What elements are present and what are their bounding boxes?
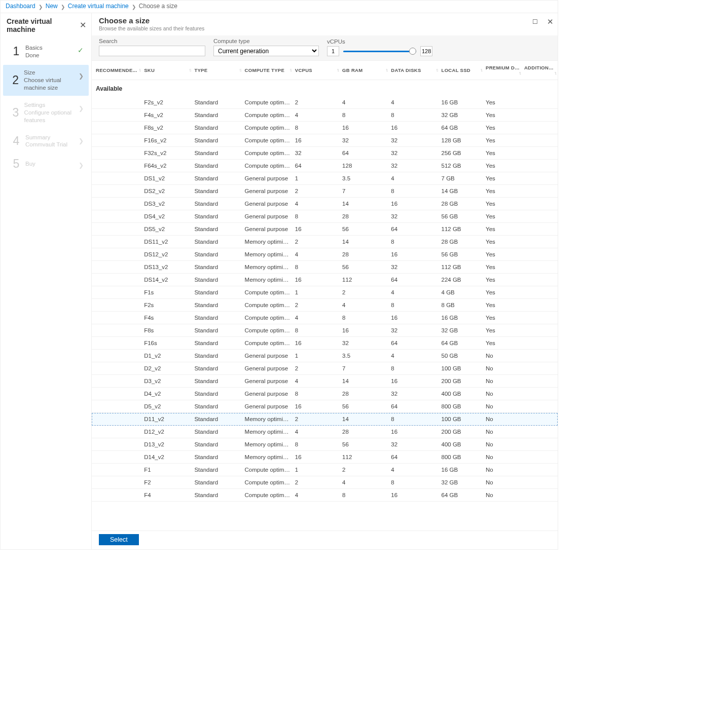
vcpus-slider[interactable] [343, 51, 416, 52]
wizard-step-3: 3SettingsConfigure optional features❯ [3, 97, 89, 128]
table-row[interactable]: F1StandardCompute optimized12416 GBNo [92, 464, 558, 476]
col-header[interactable]: RECOMMENDE...↑↓ [92, 61, 142, 80]
table-row[interactable]: DS3_v2StandardGeneral purpose4141628 GBY… [92, 198, 558, 210]
cell-ram: 3.5 [340, 172, 389, 185]
col-header[interactable]: GB RAM↑↓ [340, 61, 389, 80]
cell-compute-type: Compute optimized [243, 312, 293, 324]
cell-type: Standard [192, 451, 242, 464]
cell-type: Standard [192, 122, 242, 134]
cell-compute-type: Memory optimized [243, 274, 293, 286]
table-row[interactable]: F2s_v2StandardCompute optimized24416 GBY… [92, 96, 558, 109]
breadcrumb-dashboard[interactable]: Dashboard [6, 3, 35, 10]
table-row[interactable]: F1sStandardCompute optimized1244 GBYes [92, 286, 558, 299]
cell-sku: D5_v2 [142, 400, 192, 413]
breadcrumb-create-vm[interactable]: Create virtual machine [68, 3, 129, 10]
cell-vcpus: 8 [293, 122, 340, 134]
col-header[interactable]: COMPUTE TYPE↑↓ [243, 61, 293, 80]
cell-data-disks: 64 [389, 451, 439, 464]
col-header[interactable]: DATA DISKS↑↓ [389, 61, 439, 80]
col-header[interactable]: PREMIUM DIS...↑↓ [484, 61, 522, 80]
size-table-scroll[interactable]: RECOMMENDE...↑↓SKU↑↓TYPE↑↓COMPUTE TYPE↑↓… [92, 60, 558, 531]
table-row[interactable]: DS5_v2StandardGeneral purpose165664112 G… [92, 223, 558, 236]
wizard-step-5: 5Buy❯ [3, 154, 89, 174]
cell-sku: F16s [142, 337, 192, 350]
breadcrumb-new[interactable]: New [46, 3, 58, 10]
table-row[interactable]: F2StandardCompute optimized24832 GBNo [92, 476, 558, 489]
table-row[interactable]: D3_v2StandardGeneral purpose41416200 GBN… [92, 375, 558, 388]
col-header[interactable]: VCPUS↑↓ [293, 61, 340, 80]
table-row[interactable]: DS4_v2StandardGeneral purpose8283256 GBY… [92, 210, 558, 223]
cell-data-disks: 64 [389, 400, 439, 413]
table-row[interactable]: F2sStandardCompute optimized2488 GBYes [92, 299, 558, 312]
col-header[interactable]: LOCAL SSD↑↓ [440, 61, 484, 80]
cell-ram: 28 [340, 248, 389, 261]
cell-sku: D14_v2 [142, 451, 192, 464]
table-row[interactable]: D5_v2StandardGeneral purpose165664800 GB… [92, 400, 558, 413]
cell-data-disks: 8 [389, 476, 439, 489]
cell-premium: No [484, 476, 522, 489]
cell-premium: Yes [484, 147, 522, 160]
cell-sku: D12_v2 [142, 426, 192, 438]
table-row[interactable]: DS13_v2StandardMemory optimized85632112 … [92, 261, 558, 274]
cell-sku: F16s_v2 [142, 134, 192, 147]
cell-premium: No [484, 438, 522, 451]
table-row[interactable]: DS12_v2StandardMemory optimized4281656 G… [92, 248, 558, 261]
select-button[interactable]: Select [99, 534, 139, 545]
table-row[interactable]: F64s_v2StandardCompute optimized64128325… [92, 160, 558, 172]
table-row[interactable]: F16sStandardCompute optimized16326464 GB… [92, 337, 558, 350]
table-row[interactable]: F4s_v2StandardCompute optimized48832 GBY… [92, 109, 558, 122]
cell-local-ssd: 28 GB [440, 236, 484, 248]
table-row[interactable]: F4sStandardCompute optimized481616 GBYes [92, 312, 558, 324]
table-row[interactable]: F4StandardCompute optimized481664 GBNo [92, 489, 558, 502]
search-input[interactable] [99, 46, 205, 56]
table-row[interactable]: D11_v2StandardMemory optimized2148100 GB… [92, 413, 558, 426]
table-row[interactable]: DS2_v2StandardGeneral purpose27814 GBYes [92, 185, 558, 198]
cell-type: Standard [192, 286, 242, 299]
search-label: Search [99, 38, 205, 44]
maximize-icon[interactable]: ☐ [532, 18, 538, 25]
cell-data-disks: 32 [389, 210, 439, 223]
close-icon[interactable]: ✕ [80, 21, 86, 29]
wizard-step-1[interactable]: 1BasicsDone✓ [3, 40, 89, 63]
chevron-right-icon: ❯ [79, 162, 84, 169]
table-row[interactable]: D14_v2StandardMemory optimized1611264800… [92, 451, 558, 464]
table-row[interactable]: DS14_v2StandardMemory optimized161126422… [92, 274, 558, 286]
cell-vcpus: 8 [293, 388, 340, 400]
cell-compute-type: Memory optimized [243, 451, 293, 464]
col-header[interactable]: TYPE↑↓ [192, 61, 242, 80]
cell-ram: 8 [340, 109, 389, 122]
cell-ram: 14 [340, 413, 389, 426]
cell-type: Standard [192, 324, 242, 337]
cell-vcpus: 1 [293, 464, 340, 476]
table-row[interactable]: F32s_v2StandardCompute optimized32643225… [92, 147, 558, 160]
cell-compute-type: General purpose [243, 400, 293, 413]
table-row[interactable]: D2_v2StandardGeneral purpose278100 GBNo [92, 362, 558, 375]
vcpus-max-input[interactable] [420, 46, 432, 56]
cell-local-ssd: 112 GB [440, 223, 484, 236]
table-row[interactable]: F8sStandardCompute optimized8163232 GBYe… [92, 324, 558, 337]
cell-vcpus: 2 [293, 299, 340, 312]
cell-ram: 64 [340, 147, 389, 160]
col-header[interactable]: SKU↑↓ [142, 61, 192, 80]
vcpus-min-input[interactable] [327, 46, 339, 56]
table-row[interactable]: DS11_v2StandardMemory optimized214828 GB… [92, 236, 558, 248]
wizard-step-2[interactable]: 2SizeChoose virtual machine size❯ [3, 65, 89, 96]
table-row[interactable]: D4_v2StandardGeneral purpose82832400 GBN… [92, 388, 558, 400]
cell-ram: 56 [340, 438, 389, 451]
sort-icon: ↑↓ [336, 67, 338, 72]
cell-premium: No [484, 375, 522, 388]
compute-type-select[interactable]: Current generation [213, 46, 319, 56]
cell-premium: Yes [484, 324, 522, 337]
sort-icon: ↑↓ [518, 70, 520, 76]
cell-sku: DS14_v2 [142, 274, 192, 286]
sort-icon: ↑↓ [288, 67, 291, 72]
cell-vcpus: 8 [293, 261, 340, 274]
table-row[interactable]: D13_v2StandardMemory optimized85632400 G… [92, 438, 558, 451]
table-row[interactable]: D12_v2StandardMemory optimized42816200 G… [92, 426, 558, 438]
cell-data-disks: 8 [389, 362, 439, 375]
table-row[interactable]: DS1_v2StandardGeneral purpose13.547 GBYe… [92, 172, 558, 185]
table-row[interactable]: F8s_v2StandardCompute optimized8161664 G… [92, 122, 558, 134]
table-row[interactable]: F16s_v2StandardCompute optimized16323212… [92, 134, 558, 147]
table-row[interactable]: D1_v2StandardGeneral purpose13.5450 GBNo [92, 350, 558, 362]
col-header[interactable]: ADDITIONAL F...↑↓ [522, 61, 558, 80]
